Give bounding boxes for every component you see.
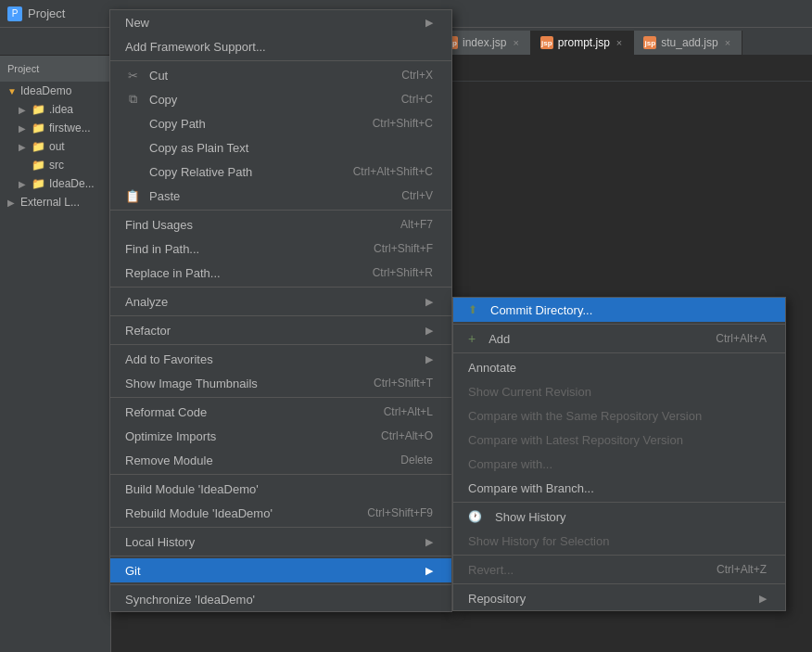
menu-item-new[interactable]: New ▶	[110, 10, 451, 34]
history-icon: 🕐	[468, 510, 482, 523]
menu-item-find-in-path[interactable]: Find in Path... Ctrl+Shift+F	[110, 237, 451, 261]
menu-label-show-image: Show Image Thumbnails	[125, 377, 364, 390]
chevron-right-icon-firstweb: ▶	[19, 123, 28, 134]
menu-item-show-image[interactable]: Show Image Thumbnails Ctrl+Shift+T	[110, 371, 451, 395]
menu-item-optimize[interactable]: Optimize Imports Ctrl+Alt+O	[110, 424, 451, 448]
tab-close-prompt[interactable]: ×	[615, 37, 624, 48]
tab-icon-stu-add: jsp	[643, 36, 656, 49]
menu-label-analyze: Analyze	[125, 295, 416, 309]
git-label-annotate: Annotate	[468, 361, 767, 375]
chevron-right-icon: ▶	[19, 105, 28, 115]
git-label-commit-dir: Commit Directory...	[490, 303, 767, 317]
paste-icon: 📋	[125, 189, 140, 203]
sidebar-header-label: Project	[7, 63, 39, 74]
tab-close-index[interactable]: ×	[511, 37, 520, 48]
git-label-compare-latest: Compare with Latest Repository Version	[468, 433, 767, 447]
menu-item-remove-module[interactable]: Remove Module Delete	[110, 448, 451, 472]
tab-icon-prompt: jsp	[540, 36, 553, 49]
rebuild-shortcut: Ctrl+Shift+F9	[367, 506, 433, 519]
menu-label-copy: Copy	[149, 93, 392, 107]
git-label-show-history: Show History	[495, 510, 767, 524]
menu-label-reformat: Reformat Code	[125, 405, 374, 419]
menu-item-replace-in-path[interactable]: Replace in Path... Ctrl+Shift+R	[110, 261, 451, 285]
menu-arrow-new: ▶	[425, 17, 433, 29]
tab-close-stu-add[interactable]: ×	[723, 37, 732, 48]
menu-item-add-framework[interactable]: Add Framework Support...	[110, 34, 451, 58]
git-submenu-item-show-history-sel: Show History for Selection	[453, 529, 785, 553]
git-submenu-item-compare-with: Compare with...	[453, 452, 785, 476]
menu-separator-4	[110, 315, 451, 316]
git-submenu-item-compare-branch[interactable]: Compare with Branch...	[453, 476, 785, 500]
chevron-right-icon-out: ▶	[19, 142, 28, 152]
git-submenu-item-compare-same: Compare with the Same Repository Version	[453, 403, 785, 428]
git-label-show-history-sel: Show History for Selection	[468, 534, 767, 548]
chevron-right-icon-ext: ▶	[7, 198, 17, 208]
git-submenu-item-compare-latest: Compare with Latest Repository Version	[453, 428, 785, 452]
menu-item-analyze[interactable]: Analyze ▶	[110, 289, 451, 313]
menu-item-git[interactable]: Git ▶	[110, 558, 451, 582]
tab-prompt[interactable]: jsp prompt.jsp ×	[531, 31, 634, 55]
menu-item-copy-plain[interactable]: Copy as Plain Text	[110, 135, 451, 160]
git-submenu-item-add[interactable]: + Add Ctrl+Alt+A	[453, 326, 785, 351]
folder-icon-out: 📁	[32, 140, 45, 153]
menu-separator-9	[110, 556, 451, 556]
menu-item-copy[interactable]: ⧉ Copy Ctrl+C	[110, 87, 451, 111]
menu-label-copy-relative: Copy Relative Path	[149, 165, 344, 179]
git-label-add: Add	[488, 332, 706, 346]
menu-item-synchronize[interactable]: Synchronize 'IdeaDemo'	[110, 587, 451, 611]
git-submenu-sep-5	[453, 583, 785, 584]
menu-item-reformat[interactable]: Reformat Code Ctrl+Alt+L	[110, 400, 451, 424]
menu-label-add-favorites: Add to Favorites	[125, 352, 416, 366]
folder-icon-idead: 📁	[32, 177, 45, 190]
menu-label-synchronize: Synchronize 'IdeaDemo'	[125, 593, 433, 607]
menu-label-refactor: Refactor	[125, 324, 416, 338]
refactor-arrow: ▶	[425, 325, 433, 337]
sidebar-item-src[interactable]: 📁 src	[0, 156, 110, 174]
menu-item-find-usages[interactable]: Find Usages Alt+F7	[110, 212, 451, 237]
copy-relative-shortcut: Ctrl+Alt+Shift+C	[353, 165, 433, 178]
menu-separator-7	[110, 474, 451, 475]
menu-item-add-favorites[interactable]: Add to Favorites ▶	[110, 347, 451, 371]
git-submenu-item-annotate[interactable]: Annotate	[453, 355, 785, 379]
favorites-arrow: ▶	[425, 353, 433, 365]
sidebar-item-idea[interactable]: ▶ 📁 .idea	[0, 100, 110, 119]
menu-separator-10	[110, 584, 451, 585]
sidebar-item-idea-label: .idea	[49, 103, 73, 116]
analyze-arrow: ▶	[425, 296, 433, 308]
menu-label-add-framework: Add Framework Support...	[125, 40, 433, 54]
sidebar-item-firstweb[interactable]: ▶ 📁 firstwe...	[0, 119, 110, 137]
sidebar-item-ideademo2[interactable]: ▶ 📁 IdeaDe...	[0, 174, 110, 193]
repository-arrow: ▶	[759, 593, 767, 605]
tab-stu-add[interactable]: jsp stu_add.jsp ×	[634, 31, 742, 55]
git-submenu-item-commit-dir[interactable]: ⬆ Commit Directory...	[453, 298, 785, 322]
menu-separator-3	[110, 287, 451, 288]
sidebar-item-external[interactable]: ▶ External L...	[0, 193, 110, 211]
git-submenu-item-show-history[interactable]: 🕐 Show History	[453, 505, 785, 529]
sidebar-item-ideademo[interactable]: ▼ IdeaDemo	[0, 82, 110, 100]
menu-label-cut: Cut	[149, 69, 392, 83]
add-icon: +	[468, 331, 476, 346]
git-submenu-item-repository[interactable]: Repository ▶	[453, 586, 785, 610]
menu-item-copy-relative[interactable]: Copy Relative Path Ctrl+Alt+Shift+C	[110, 160, 451, 184]
folder-open-icon: ▼	[7, 86, 17, 96]
find-usages-shortcut: Alt+F7	[400, 218, 433, 231]
title-bar-text: Project	[28, 6, 65, 20]
menu-item-rebuild-module[interactable]: Rebuild Module 'IdeaDemo' Ctrl+Shift+F9	[110, 501, 451, 525]
chevron-right-icon-idead: ▶	[19, 179, 28, 189]
optimize-shortcut: Ctrl+Alt+O	[381, 429, 433, 442]
git-label-compare-branch: Compare with Branch...	[468, 481, 767, 495]
find-in-path-shortcut: Ctrl+Shift+F	[374, 242, 433, 255]
git-submenu-sep-1	[453, 324, 785, 325]
menu-item-cut[interactable]: ✂ Cut Ctrl+X	[110, 63, 451, 87]
menu-label-copy-path: Copy Path	[149, 117, 363, 131]
menu-item-copy-path[interactable]: Copy Path Ctrl+Shift+C	[110, 111, 451, 135]
git-arrow: ▶	[425, 565, 433, 577]
menu-item-refactor[interactable]: Refactor ▶	[110, 318, 451, 342]
menu-item-build-module[interactable]: Build Module 'IdeaDemo'	[110, 477, 451, 501]
menu-item-local-history[interactable]: Local History ▶	[110, 530, 451, 554]
menu-label-local-history: Local History	[125, 535, 416, 549]
menu-label-replace-in-path: Replace in Path...	[125, 266, 363, 280]
sidebar-item-out[interactable]: ▶ 📁 out	[0, 137, 110, 156]
git-submenu: ⬆ Commit Directory... + Add Ctrl+Alt+A A…	[452, 297, 786, 611]
menu-item-paste[interactable]: 📋 Paste Ctrl+V	[110, 184, 451, 208]
